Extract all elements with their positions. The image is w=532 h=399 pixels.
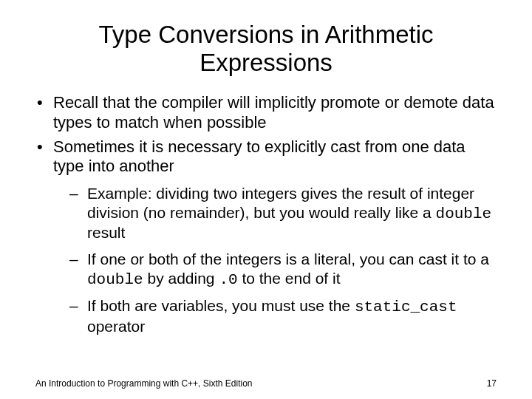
text-fragment: by adding <box>143 270 219 287</box>
code-fragment: static_cast <box>355 299 457 316</box>
footer-left: An Introduction to Programming with C++,… <box>35 378 252 389</box>
bullet-item: Recall that the compiler will implicitly… <box>35 93 497 133</box>
text-fragment: operator <box>87 318 145 335</box>
code-fragment: double <box>436 205 492 222</box>
sub-bullet-list: Example: dividing two integers gives the… <box>53 184 497 335</box>
text-fragment: Example: dividing two integers gives the… <box>87 185 474 221</box>
code-fragment: .0 <box>219 271 237 288</box>
bullet-item: Sometimes it is necessary to explicitly … <box>35 137 497 336</box>
bullet-text: Sometimes it is necessary to explicitly … <box>53 137 466 176</box>
text-fragment: If both are variables, you must use the <box>87 297 355 314</box>
slide: Type Conversions in Arithmetic Expressio… <box>0 0 532 399</box>
text-fragment: If one or both of the integers is a lite… <box>87 250 489 267</box>
sub-bullet-item: If one or both of the integers is a lite… <box>69 250 497 289</box>
text-fragment: to the end of it <box>238 270 341 287</box>
slide-footer: An Introduction to Programming with C++,… <box>35 378 497 389</box>
bullet-list: Recall that the compiler will implicitly… <box>35 93 497 336</box>
slide-title: Type Conversions in Arithmetic Expressio… <box>35 21 497 77</box>
text-fragment: result <box>87 224 125 241</box>
page-number: 17 <box>487 378 497 389</box>
sub-bullet-item: Example: dividing two integers gives the… <box>69 184 497 242</box>
sub-bullet-item: If both are variables, you must use the … <box>69 296 497 335</box>
code-fragment: double <box>87 271 143 288</box>
